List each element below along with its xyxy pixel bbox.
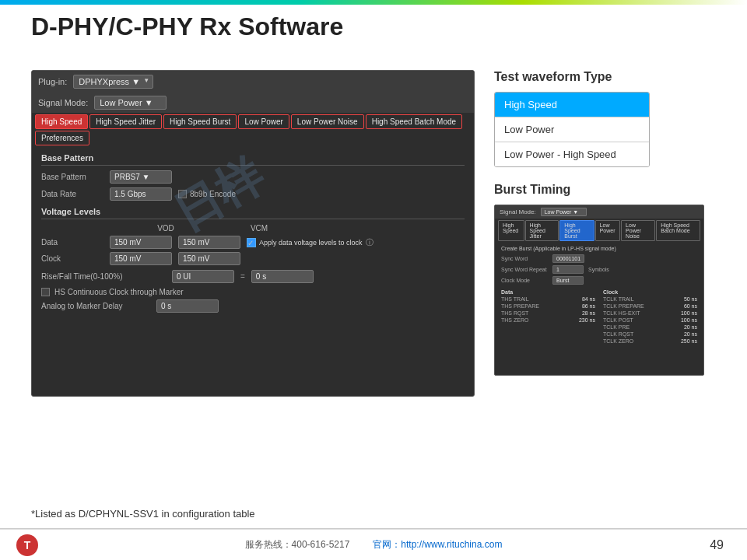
ths-trail-row: THS TRAIL 84 ns	[501, 296, 595, 302]
tclk-trail-row: TCLK TRAIL 50 ns	[603, 296, 697, 302]
tclk-hs-exit-row: TCLK HS-EXIT 100 ns	[603, 310, 697, 316]
voltage-col-headers: VOD VCM	[41, 224, 465, 233]
burst-tab-lp[interactable]: Low Power	[595, 220, 620, 241]
apply-checkbox[interactable]: ✓ Apply data voltage levels to clock ⓘ	[247, 237, 374, 248]
burst-screenshot: Signal Mode: Low Power ▼ High Speed High…	[494, 205, 704, 376]
tab-high-speed-batch-mode[interactable]: High Speed Batch Mode	[366, 114, 462, 129]
signal-mode-label: Signal Mode:	[38, 98, 88, 107]
ths-prepare-row: THS PREPARE 86 ns	[501, 303, 595, 309]
data-rate-input[interactable]: 1.5 Gbps	[110, 187, 172, 201]
burst-tab-hsb[interactable]: High Speed Burst	[559, 220, 594, 241]
tclk-zero-row: TCLK ZERO 250 ns	[603, 338, 697, 344]
footer-service: 服务热线：400-616-5217	[245, 538, 350, 551]
base-pattern-section-title: Base Pattern	[41, 153, 465, 166]
tab-high-speed-jitter[interactable]: High Speed Jitter	[89, 114, 162, 129]
hs-continuous-row: HS Continuous Clock through Marker	[41, 288, 465, 296]
tclk-pre-value: 20 ns	[684, 324, 697, 330]
tab-low-power-noise[interactable]: Low Power Noise	[291, 114, 364, 129]
tclk-pre-row: TCLK PRE 20 ns	[603, 324, 697, 330]
create-burst-label: Create Burst (Applicable in LP-HS signal…	[501, 246, 697, 251]
signal-mode-dropdown[interactable]: Low Power ▼	[94, 96, 166, 110]
tclk-prepare-label: TCLK PREPARE	[603, 303, 644, 309]
ths-rqst-label: THS RQST	[501, 310, 528, 316]
data-vod-input[interactable]: 150 mV	[110, 236, 172, 249]
data-col: Data THS TRAIL 84 ns THS PREPARE 86 ns T…	[501, 289, 595, 345]
top-accent-bar	[0, 0, 747, 5]
symbols-label: Symbols	[588, 267, 609, 272]
base-pattern-select[interactable]: PRBS7 ▼	[110, 170, 172, 184]
svg-text:T: T	[24, 539, 31, 551]
ths-trail-value: 84 ns	[582, 296, 595, 302]
vod-col-label: VOD	[135, 224, 197, 233]
burst-tab-hs[interactable]: High Speed	[498, 220, 524, 241]
tclk-pre-label: TCLK PRE	[603, 324, 630, 330]
rise-fall-input[interactable]: 0 UI	[172, 270, 234, 283]
tclk-post-value: 100 ns	[681, 317, 697, 323]
tclk-post-label: TCLK POST	[603, 317, 633, 323]
burst-tab-lpn[interactable]: Low Power Noise	[621, 220, 655, 241]
clock-voltage-label: Clock	[41, 254, 103, 263]
rise-fall-label: Rise/Fall Time(0-100%)	[41, 272, 166, 281]
signal-mode-bar: Signal Mode: Low Power ▼	[32, 93, 474, 113]
sync-repeat-value[interactable]: 1	[552, 265, 584, 274]
tclk-prepare-row: TCLK PREPARE 60 ns	[603, 303, 697, 309]
ths-prepare-label: THS PREPARE	[501, 303, 539, 309]
ths-zero-row: THS ZERO 230 ns	[501, 317, 595, 323]
ths-zero-label: THS ZERO	[501, 317, 528, 323]
clock-voltage-row: Clock 150 mV 150 mV	[41, 252, 465, 265]
footer-logo: T	[16, 534, 39, 557]
waveform-type-title: Test waveform Type	[494, 70, 724, 84]
data-vcm-input[interactable]: 150 mV	[178, 236, 240, 249]
note-text: *Listed as D/CPHYNL-SSV1 in configuratio…	[31, 508, 255, 520]
plugin-header: Plug-in: DPHYXpress ▼	[32, 71, 474, 93]
analog-input[interactable]: 0 s	[156, 299, 219, 313]
rise-fall-seconds[interactable]: 0 s	[251, 270, 314, 283]
footer-website: 官网：http://www.rituchina.com	[373, 538, 502, 551]
equals-sign: =	[240, 272, 245, 281]
analog-marker-row: Analog to Marker Delay 0 s	[41, 299, 465, 313]
clock-vcm-input[interactable]: 150 mV	[178, 252, 240, 265]
burst-mini-tabs: High Speed High Speed Jitter High Speed …	[495, 219, 703, 243]
analog-label: Analog to Marker Delay	[41, 302, 150, 310]
burst-timing-title: Burst Timing	[494, 183, 724, 197]
page-number: 49	[710, 538, 724, 552]
waveform-item-low-power[interactable]: Low Power	[495, 117, 649, 142]
tab-high-speed[interactable]: High Speed	[35, 114, 88, 129]
info-icon: ⓘ	[366, 237, 374, 248]
ths-zero-value: 230 ns	[579, 317, 595, 323]
burst-tab-hsbm[interactable]: High Speed Batch Mode	[656, 220, 700, 241]
tab-high-speed-burst[interactable]: High Speed Burst	[163, 114, 237, 129]
clock-col: Clock TCLK TRAIL 50 ns TCLK PREPARE 60 n…	[603, 289, 697, 345]
burst-tab-hsj[interactable]: High Speed Jitter	[525, 220, 559, 241]
voltage-section: Voltage Levels VOD VCM Data 150 mV 150 m…	[41, 207, 465, 265]
page-title: D-PHY/C-PHY Rx Software	[31, 12, 343, 41]
burst-content: Create Burst (Applicable in LP-HS signal…	[495, 243, 703, 348]
tclk-hs-exit-label: TCLK HS-EXIT	[603, 310, 640, 316]
waveform-item-lp-hs[interactable]: Low Power - High Speed	[495, 142, 649, 166]
clock-vod-input[interactable]: 150 mV	[110, 252, 172, 265]
tclk-rqst-label: TCLK RQST	[603, 331, 633, 337]
tab-low-power[interactable]: Low Power	[238, 114, 289, 129]
voltage-section-title: Voltage Levels	[41, 207, 465, 219]
clock-mode-value[interactable]: Burst	[552, 276, 584, 285]
tclk-prepare-value: 60 ns	[684, 303, 697, 309]
hs-cont-checkbox[interactable]	[41, 288, 50, 296]
ths-trail-label: THS TRAIL	[501, 296, 529, 302]
sync-word-value[interactable]: 00001101	[552, 254, 584, 263]
plugin-label: Plug-in:	[38, 77, 67, 86]
tclk-post-row: TCLK POST 100 ns	[603, 317, 697, 323]
ths-rqst-row: THS RQST 28 ns	[501, 310, 595, 316]
plugin-dropdown[interactable]: DPHYXpress ▼	[73, 75, 153, 89]
tclk-rqst-value: 20 ns	[684, 331, 697, 337]
tabs-bar: High Speed High Speed Jitter High Speed …	[32, 113, 474, 147]
encode-checkbox[interactable]: 8b9b Encode	[178, 190, 236, 198]
tab-preferences[interactable]: Preferences	[35, 131, 89, 145]
data-rate-label: Data Rate	[41, 190, 103, 198]
waveform-list: High Speed Low Power Low Power - High Sp…	[494, 92, 650, 167]
tclk-zero-value: 250 ns	[681, 338, 697, 344]
right-panel: Test waveform Type High Speed Low Power …	[494, 70, 724, 376]
burst-timing-section: Burst Timing Signal Mode: Low Power ▼ Hi…	[494, 183, 724, 376]
waveform-item-high-speed[interactable]: High Speed	[495, 93, 649, 117]
data-voltage-row: Data 150 mV 150 mV ✓ Apply data voltage …	[41, 236, 465, 249]
clock-mode-row: Clock Mode Burst	[501, 276, 697, 285]
